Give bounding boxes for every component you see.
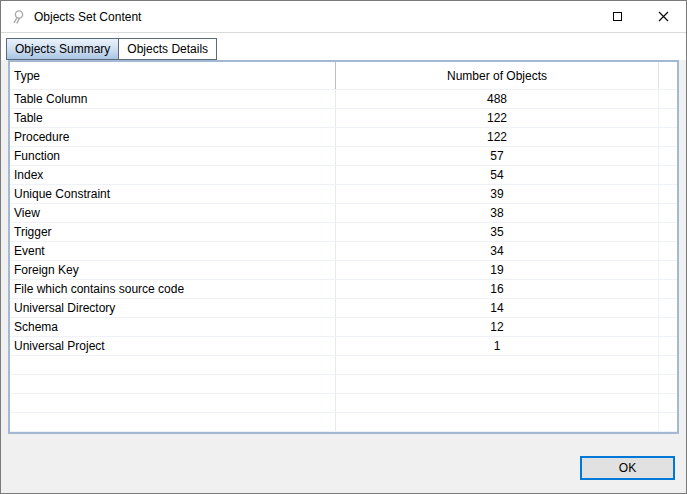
row-filler xyxy=(659,337,677,355)
tab-strip: Objects Summary Objects Details xyxy=(1,32,686,60)
table-row[interactable]: Table122 xyxy=(10,109,677,128)
cell-count-empty xyxy=(336,394,659,412)
cell-count: 57 xyxy=(336,147,659,165)
title-bar[interactable]: Objects Set Content xyxy=(1,1,686,32)
cell-count: 54 xyxy=(336,166,659,184)
table-row[interactable]: Index54 xyxy=(10,166,677,185)
row-filler xyxy=(659,299,677,317)
cell-count: 122 xyxy=(336,128,659,146)
cell-count: 35 xyxy=(336,223,659,241)
cell-type: Universal Project xyxy=(10,337,336,355)
row-filler xyxy=(659,90,677,108)
cell-type: Foreign Key xyxy=(10,261,336,279)
table-row[interactable]: Table Column488 xyxy=(10,90,677,109)
cell-count: 39 xyxy=(336,185,659,203)
row-filler xyxy=(659,223,677,241)
cell-type-empty xyxy=(10,394,336,412)
row-filler xyxy=(659,147,677,165)
column-header-type[interactable]: Type xyxy=(10,62,336,89)
table-row[interactable]: Universal Project1 xyxy=(10,337,677,356)
cell-count: 1 xyxy=(336,337,659,355)
table-body: Table Column488Table122Procedure122Funct… xyxy=(10,90,677,432)
objects-summary-table: Type Number of Objects Table Column488Ta… xyxy=(8,60,679,434)
cell-type: Unique Constraint xyxy=(10,185,336,203)
ok-button[interactable]: OK xyxy=(580,456,675,480)
window-title: Objects Set Content xyxy=(34,10,594,24)
table-row[interactable]: Schema12 xyxy=(10,318,677,337)
column-header-number-of-objects[interactable]: Number of Objects xyxy=(336,62,659,89)
dialog-footer: OK xyxy=(1,434,686,494)
table-row-empty xyxy=(10,375,677,394)
cell-type: Table xyxy=(10,109,336,127)
table-row[interactable]: Foreign Key19 xyxy=(10,261,677,280)
cell-type-empty xyxy=(10,413,336,431)
cell-count-empty xyxy=(336,375,659,393)
table-row[interactable]: View38 xyxy=(10,204,677,223)
cell-count-empty xyxy=(336,413,659,431)
row-filler xyxy=(659,204,677,222)
header-filler xyxy=(659,62,677,89)
row-filler xyxy=(659,109,677,127)
tab-objects-details[interactable]: Objects Details xyxy=(118,38,217,60)
table-row[interactable]: File which contains source code16 xyxy=(10,280,677,299)
table-row[interactable]: Trigger35 xyxy=(10,223,677,242)
table-header-row: Type Number of Objects xyxy=(10,62,677,90)
cell-count: 122 xyxy=(336,109,659,127)
cell-count: 488 xyxy=(336,90,659,108)
row-filler xyxy=(659,166,677,184)
cell-type: Table Column xyxy=(10,90,336,108)
table-row[interactable]: Procedure122 xyxy=(10,128,677,147)
cell-type: Event xyxy=(10,242,336,260)
cell-type: Index xyxy=(10,166,336,184)
row-filler xyxy=(659,413,677,431)
cell-type: Function xyxy=(10,147,336,165)
cell-count: 19 xyxy=(336,261,659,279)
row-filler xyxy=(659,242,677,260)
row-filler xyxy=(659,375,677,393)
table-row-empty xyxy=(10,394,677,413)
row-filler xyxy=(659,185,677,203)
table-row[interactable]: Unique Constraint39 xyxy=(10,185,677,204)
row-filler xyxy=(659,394,677,412)
table-row-empty xyxy=(10,413,677,432)
cell-type-empty xyxy=(10,356,336,374)
cell-count: 34 xyxy=(336,242,659,260)
cell-count: 12 xyxy=(336,318,659,336)
ribbon-app-icon xyxy=(10,9,26,25)
tab-label: Objects Details xyxy=(127,42,208,56)
tab-objects-summary[interactable]: Objects Summary xyxy=(6,38,119,60)
cell-count-empty xyxy=(336,356,659,374)
table-row[interactable]: Event34 xyxy=(10,242,677,261)
row-filler xyxy=(659,261,677,279)
close-button[interactable] xyxy=(640,1,686,32)
table-row-empty xyxy=(10,356,677,375)
cell-type-empty xyxy=(10,375,336,393)
table-row[interactable]: Function57 xyxy=(10,147,677,166)
table-row[interactable]: Universal Directory14 xyxy=(10,299,677,318)
close-icon xyxy=(658,11,669,22)
row-filler xyxy=(659,318,677,336)
row-filler xyxy=(659,280,677,298)
cell-type: Procedure xyxy=(10,128,336,146)
cell-type: View xyxy=(10,204,336,222)
cell-type: Universal Directory xyxy=(10,299,336,317)
row-filler xyxy=(659,356,677,374)
maximize-button[interactable] xyxy=(594,1,640,32)
cell-type: Schema xyxy=(10,318,336,336)
maximize-icon xyxy=(613,12,622,21)
cell-type: Trigger xyxy=(10,223,336,241)
cell-count: 16 xyxy=(336,280,659,298)
cell-count: 38 xyxy=(336,204,659,222)
row-filler xyxy=(659,128,677,146)
tab-label: Objects Summary xyxy=(15,42,110,56)
objects-set-content-dialog: Objects Set Content Objects Summary Obje… xyxy=(0,0,687,494)
cell-type: File which contains source code xyxy=(10,280,336,298)
cell-count: 14 xyxy=(336,299,659,317)
